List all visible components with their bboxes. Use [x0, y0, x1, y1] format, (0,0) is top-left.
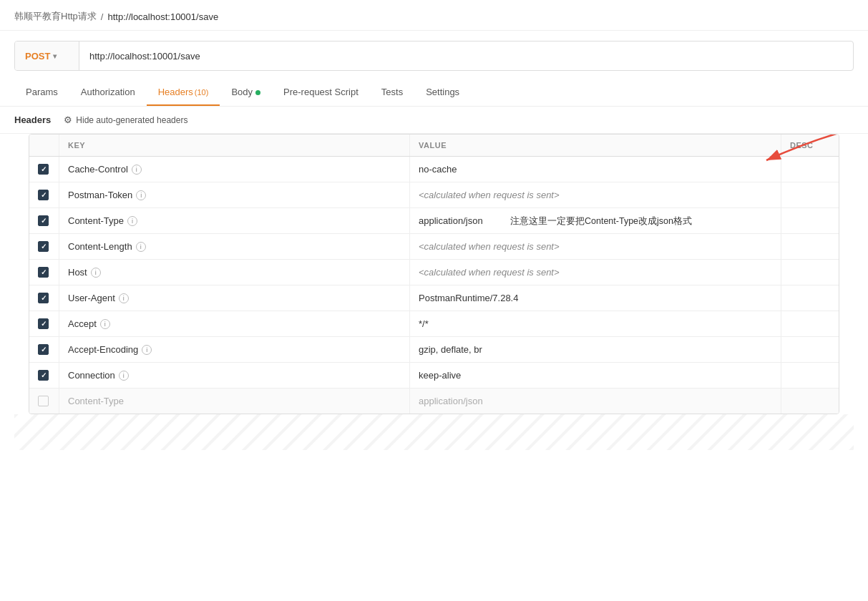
headers-section: KEY VALUE DESC Cache-Control i no-cache — [14, 134, 854, 450]
cell-desc-4 — [781, 265, 839, 280]
sub-bar: Headers ⚙ Hide auto-generated headers — [0, 107, 868, 134]
cell-checkbox-7[interactable] — [29, 337, 59, 362]
cell-desc-9 — [781, 394, 839, 409]
cell-desc-1 — [781, 188, 839, 202]
key-name-6: Accept — [68, 318, 97, 329]
tab-tests[interactable]: Tests — [370, 79, 414, 106]
value-8: keep-alive — [419, 370, 461, 381]
value-6: */* — [419, 318, 429, 329]
cell-desc-3 — [781, 240, 839, 254]
table-row: Accept i */* — [29, 311, 839, 337]
value-2: application/json — [419, 215, 483, 226]
svg-rect-2 — [14, 414, 854, 450]
tab-params[interactable]: Params — [14, 79, 69, 106]
info-icon-5[interactable]: i — [119, 293, 129, 303]
breadcrumb-parent[interactable]: 韩顺平教育Http请求 — [14, 10, 97, 23]
info-icon-8[interactable]: i — [119, 371, 129, 381]
table-row: Accept-Encoding i gzip, deflate, br — [29, 337, 839, 363]
checkbox-6[interactable] — [38, 318, 49, 329]
col-desc: DESC — [781, 135, 839, 156]
table-row: Connection i keep-alive — [29, 363, 839, 389]
info-icon-4[interactable]: i — [91, 268, 101, 278]
checkbox-3[interactable] — [38, 241, 49, 252]
cell-checkbox-4[interactable] — [29, 260, 59, 285]
cell-key-6: Accept i — [59, 311, 410, 336]
cell-key-8: Connection i — [59, 363, 410, 388]
hide-headers-button[interactable]: ⚙ Hide auto-generated headers — [59, 112, 192, 127]
info-icon-1[interactable]: i — [136, 190, 146, 200]
method-chevron: ▾ — [53, 52, 57, 60]
breadcrumb-current[interactable]: http://localhost:10001/save — [107, 11, 218, 22]
tabs-bar: Params Authorization Headers(10) Body Pr… — [0, 79, 868, 107]
checkbox-0[interactable] — [38, 164, 49, 175]
info-icon-7[interactable]: i — [142, 345, 152, 355]
cell-checkbox-6[interactable] — [29, 311, 59, 336]
cell-key-1: Postman-Token i — [59, 182, 410, 207]
key-name-8: Connection — [68, 370, 115, 381]
tab-body[interactable]: Body — [220, 79, 272, 106]
checkbox-9[interactable] — [38, 396, 49, 406]
cell-value-9[interactable]: application/json — [410, 389, 781, 414]
cell-value-4[interactable]: <calculated when request is sent> — [410, 260, 781, 285]
cell-desc-0 — [781, 162, 839, 177]
table-row: Host i <calculated when request is sent> — [29, 260, 839, 285]
table-row: Content-Type i application/json 注意这里一定要把… — [29, 208, 839, 234]
col-checkbox — [29, 135, 59, 156]
cell-value-2[interactable]: application/json 注意这里一定要把Content-Type改成j… — [410, 208, 781, 233]
tab-headers[interactable]: Headers(10) — [147, 79, 220, 106]
key-name-1: Postman-Token — [68, 190, 132, 200]
url-input[interactable] — [79, 41, 853, 70]
cell-checkbox-8[interactable] — [29, 363, 59, 388]
value-7: gzip, deflate, br — [419, 344, 482, 355]
value-3: <calculated when request is sent> — [419, 241, 560, 252]
cell-value-3[interactable]: <calculated when request is sent> — [410, 234, 781, 259]
cell-value-8[interactable]: keep-alive — [410, 363, 781, 388]
url-bar: POST ▾ — [14, 41, 854, 71]
hide-label: Hide auto-generated headers — [76, 115, 187, 125]
checkbox-2[interactable] — [38, 215, 49, 226]
value-0: no-cache — [419, 164, 457, 175]
key-name-5: User-Agent — [68, 293, 115, 303]
cell-value-1[interactable]: <calculated when request is sent> — [410, 182, 781, 207]
cell-checkbox-1[interactable] — [29, 182, 59, 207]
cell-value-6[interactable]: */* — [410, 311, 781, 336]
cell-checkbox-3[interactable] — [29, 234, 59, 259]
value-4: <calculated when request is sent> — [419, 267, 560, 278]
tab-settings[interactable]: Settings — [414, 79, 471, 106]
cell-value-5[interactable]: PostmanRuntime/7.28.4 — [410, 285, 781, 311]
info-icon-6[interactable]: i — [100, 319, 110, 329]
cell-checkbox-2[interactable] — [29, 208, 59, 233]
table-header: KEY VALUE DESC — [29, 135, 839, 157]
cell-checkbox-5[interactable] — [29, 285, 59, 311]
key-name-9: Content-Type — [68, 396, 124, 406]
cell-key-9: Content-Type — [59, 389, 410, 414]
key-name-2: Content-Type — [68, 215, 124, 226]
col-key: KEY — [59, 135, 410, 156]
info-icon-2[interactable]: i — [127, 216, 137, 226]
info-icon-0[interactable]: i — [132, 165, 142, 175]
cell-desc-2 — [781, 214, 839, 228]
checkbox-4[interactable] — [38, 267, 49, 278]
cell-value-0[interactable]: no-cache — [410, 157, 781, 182]
breadcrumb-sep: / — [101, 11, 104, 22]
key-name-7: Accept-Encoding — [68, 344, 138, 355]
checkbox-7[interactable] — [38, 344, 49, 355]
checkbox-8[interactable] — [38, 370, 49, 381]
value-1: <calculated when request is sent> — [419, 190, 560, 200]
cell-key-5: User-Agent i — [59, 285, 410, 311]
hide-icon: ⚙ — [64, 114, 72, 125]
checkbox-1[interactable] — [38, 190, 49, 200]
tab-pre-request-script[interactable]: Pre-request Script — [272, 79, 370, 106]
checkbox-5[interactable] — [38, 293, 49, 303]
cell-value-7[interactable]: gzip, deflate, br — [410, 337, 781, 362]
cell-desc-7 — [781, 343, 839, 357]
info-icon-3[interactable]: i — [136, 242, 146, 252]
method-selector[interactable]: POST ▾ — [15, 41, 79, 70]
cell-checkbox-9[interactable] — [29, 389, 59, 414]
content-type-annotation: 注意这里一定要把Content-Type改成json格式 — [510, 215, 692, 227]
tab-authorization[interactable]: Authorization — [69, 79, 147, 106]
table-row: Postman-Token i <calculated when request… — [29, 182, 839, 208]
table-row: User-Agent i PostmanRuntime/7.28.4 — [29, 285, 839, 311]
breadcrumb: 韩顺平教育Http请求 / http://localhost:10001/sav… — [0, 0, 868, 31]
cell-checkbox-0[interactable] — [29, 157, 59, 182]
